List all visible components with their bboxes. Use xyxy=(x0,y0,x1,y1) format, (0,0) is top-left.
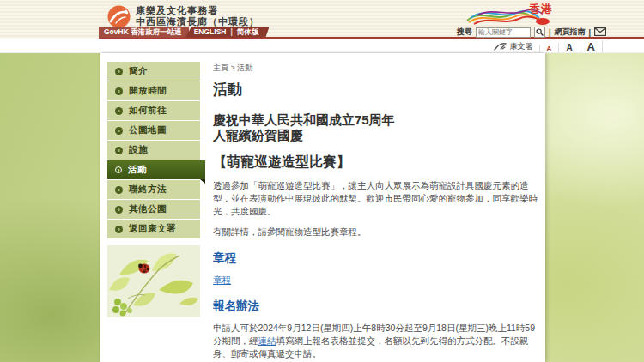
contact-email-link[interactable] xyxy=(594,27,606,38)
application-heading: 報名辦法 xyxy=(213,299,542,314)
rules-heading: 章程 xyxy=(213,250,542,266)
sidebar-item-back-to-lcsd[interactable]: › 返回康文署 xyxy=(107,220,200,239)
font-size-small-button[interactable]: A xyxy=(539,45,559,52)
application-form-link[interactable]: 連結 xyxy=(258,335,276,346)
detail-note: 有關詳情，請參閱寵物造型比賽章程。 xyxy=(213,226,542,238)
simplified-chinese-tab[interactable]: 简体版 xyxy=(237,27,259,38)
dept-line2: 中西區海濱長廊（中環段） xyxy=(136,16,259,27)
font-size-large-button[interactable]: A xyxy=(580,40,603,53)
lcsd-logo-icon[interactable] xyxy=(107,5,131,28)
envelope-icon xyxy=(594,27,606,36)
sidebar-item-contact[interactable]: › 聯絡方法 xyxy=(107,180,200,200)
event-title-line2: 人寵繽紛賀國慶 xyxy=(213,128,542,143)
govhk-tab[interactable]: GovHK 香港政府一站通 xyxy=(99,27,189,38)
breadcrumb: 主頁 > 活動 xyxy=(213,63,542,74)
language-tabs: ENGLISH | 简体版 xyxy=(185,27,270,38)
intro-paragraph: 透過參加「萌寵巡遊造型比賽」，讓主人向大眾展示為萌寵設計具國慶元素的造型，並在表… xyxy=(213,179,542,218)
arrow-bullet-icon: › xyxy=(115,186,123,194)
rules-link[interactable]: 章程 xyxy=(213,275,231,285)
department-name: 康樂及文化事務署 中西區海濱長廊（中環段） xyxy=(136,5,259,27)
breadcrumb-separator: > xyxy=(231,63,235,72)
application-paragraph: 申請人可於2024年9月12日(星期四)上午8時30分起至9月18日(星期三)晚… xyxy=(213,322,542,360)
dept-line1: 康樂及文化事務署 xyxy=(136,5,259,16)
search-label: 搜尋 xyxy=(457,27,472,38)
arrow-bullet-icon: › xyxy=(115,87,123,95)
separator: | xyxy=(549,28,551,37)
arrow-bullet-icon: › xyxy=(115,226,123,233)
sidebar-item-facilities[interactable]: › 設施 xyxy=(107,141,200,160)
leaves-ladybug-image xyxy=(107,245,200,317)
lcsd-utility-row: 康文署 A A A xyxy=(494,39,603,53)
lcsd-link-label: 康文署 xyxy=(510,41,533,52)
breadcrumb-current: 活動 xyxy=(237,63,252,72)
arrow-bullet-icon: › xyxy=(115,166,122,173)
event-title: 慶祝中華人民共和國成立75周年 人寵繽紛賀國慶 xyxy=(213,112,542,143)
content-page: › 簡介 › 開放時間 › 如何前往 › 公園地圖 › 設施 › 活動 xyxy=(100,53,545,362)
sidebar-item-opening-hours[interactable]: › 開放時間 xyxy=(107,81,200,101)
arrow-bullet-icon: › xyxy=(115,68,123,75)
breadcrumb-home-link[interactable]: 主頁 xyxy=(213,63,228,72)
brand-hongkong-logo: 香港 xyxy=(464,2,558,28)
page-title: 活動 xyxy=(213,80,542,100)
event-title-line1: 慶祝中華人民共和國成立75周年 xyxy=(213,112,542,128)
gov-tabs: GovHK 香港政府一站通 ENGLISH | 简体版 xyxy=(99,27,269,38)
web-guide-link[interactable]: 網頁指南 xyxy=(554,27,585,38)
lcsd-figure-icon xyxy=(494,41,507,51)
font-size-medium-button[interactable]: A xyxy=(558,43,579,52)
arrow-bullet-icon: › xyxy=(115,107,123,115)
search-button[interactable] xyxy=(534,27,545,38)
arrow-bullet-icon: › xyxy=(115,127,123,135)
english-tab[interactable]: ENGLISH xyxy=(194,27,227,38)
arrow-bullet-icon: › xyxy=(115,206,123,214)
separator: | xyxy=(588,28,591,37)
language-separator: | xyxy=(230,27,232,38)
sidebar-item-park-map[interactable]: › 公園地圖 xyxy=(107,121,200,141)
sidebar-item-other-parks[interactable]: › 其他公園 xyxy=(107,200,200,220)
main-content: 主頁 > 活動 活動 慶祝中華人民共和國成立75周年 人寵繽紛賀國慶 【萌寵巡遊… xyxy=(213,63,542,362)
font-size-controls: A A A xyxy=(539,40,603,53)
sidebar-item-intro[interactable]: › 簡介 xyxy=(107,62,200,81)
contest-subtitle: 【萌寵巡遊造型比賽】 xyxy=(213,154,542,172)
search-bar: 搜尋 | 網頁指南 | xyxy=(457,27,606,38)
arrow-bullet-icon: › xyxy=(115,147,123,154)
brand-hk-characters: 香港 xyxy=(529,2,553,17)
lcsd-home-link[interactable]: 康文署 xyxy=(494,41,533,52)
page-root: 康樂及文化事務署 中西區海濱長廊（中環段） 香港 GovHK 香港政府一站通 E… xyxy=(0,0,644,362)
magnifier-icon xyxy=(536,28,544,36)
sidebar-item-how-to-get-there[interactable]: › 如何前往 xyxy=(107,101,200,121)
search-input[interactable] xyxy=(476,27,531,38)
sidebar-nav: › 簡介 › 開放時間 › 如何前往 › 公園地圖 › 設施 › 活動 xyxy=(107,62,200,239)
sidebar-item-events[interactable]: › 活動 xyxy=(107,160,205,180)
